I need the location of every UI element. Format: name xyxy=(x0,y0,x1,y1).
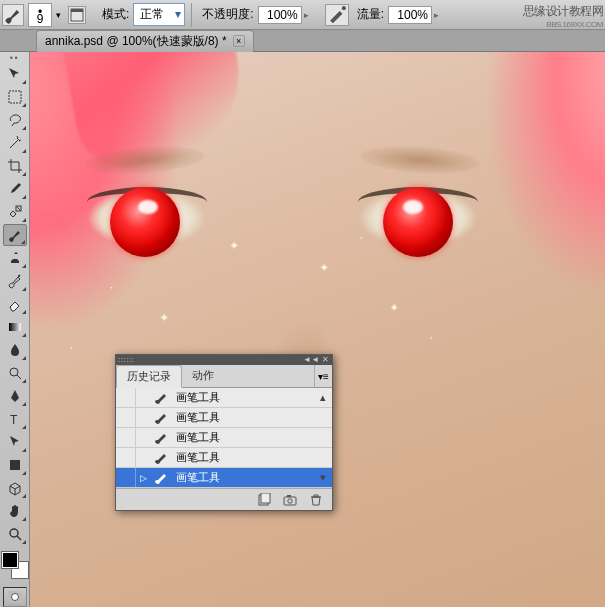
move-tool[interactable] xyxy=(3,63,27,85)
eraser-tool[interactable] xyxy=(3,293,27,315)
document-tab[interactable]: annika.psd @ 100%(快速蒙版/8) * × xyxy=(36,30,254,52)
options-bar: • 9 模式: 正常 ▾ 不透明度: ▸ 流量: ▸ 思缘设计教程网BBS.16… xyxy=(0,0,605,30)
magic-wand-tool[interactable] xyxy=(3,132,27,154)
airbrush-toggle[interactable] xyxy=(325,4,349,26)
brush-icon xyxy=(150,432,174,444)
brush-icon xyxy=(150,412,174,424)
scroll-up-icon[interactable]: ▴ xyxy=(316,391,330,404)
history-state-label: 画笔工具 xyxy=(174,430,330,445)
svg-rect-5 xyxy=(9,323,21,331)
path-selection-tool[interactable] xyxy=(3,431,27,453)
pen-tool[interactable] xyxy=(3,385,27,407)
flow-input[interactable] xyxy=(388,6,432,24)
svg-point-6 xyxy=(10,368,18,376)
history-state-row[interactable]: 画笔工具 xyxy=(116,428,332,448)
opacity-chevron-icon[interactable]: ▸ xyxy=(304,10,309,20)
brush-tool[interactable] xyxy=(3,224,27,246)
svg-text:T: T xyxy=(10,413,18,427)
brush-icon xyxy=(150,452,174,464)
new-snapshot-button[interactable] xyxy=(280,492,300,508)
canvas[interactable]: ✦ · ✦ · ✦ ✦ · · xyxy=(30,52,605,607)
watermark-text: 思缘设计教程网BBS.169XX.COM xyxy=(523,3,604,29)
panel-titlebar[interactable]: ::::::◄◄ ✕ xyxy=(116,355,332,365)
svg-rect-3 xyxy=(9,91,21,103)
opacity-label: 不透明度: xyxy=(202,6,253,23)
panel-menu-icon[interactable]: ▾≡ xyxy=(314,365,332,387)
3d-tool[interactable] xyxy=(3,477,27,499)
brush-icon xyxy=(150,472,174,484)
brush-icon xyxy=(150,392,174,404)
color-swatches[interactable] xyxy=(2,552,28,578)
history-state-row[interactable]: ▷画笔工具▾ xyxy=(116,468,332,488)
history-tab[interactable]: 历史记录 xyxy=(116,365,182,388)
brush-size-picker[interactable]: • 9 xyxy=(28,3,52,27)
new-document-from-state-button[interactable] xyxy=(254,492,274,508)
marquee-tool[interactable] xyxy=(3,86,27,108)
history-state-label: 画笔工具 xyxy=(174,390,316,405)
history-state-label: 画笔工具 xyxy=(174,470,316,485)
eyedropper-tool[interactable] xyxy=(3,178,27,200)
history-footer xyxy=(116,488,332,510)
svg-rect-16 xyxy=(287,495,291,497)
foreground-color[interactable] xyxy=(2,552,18,568)
document-tab-bar: annika.psd @ 100%(快速蒙版/8) * × xyxy=(0,30,605,52)
svg-point-2 xyxy=(342,6,346,10)
svg-rect-13 xyxy=(261,493,270,503)
svg-rect-14 xyxy=(284,497,296,505)
flow-label: 流量: xyxy=(357,6,384,23)
dodge-tool[interactable] xyxy=(3,362,27,384)
scroll-down-icon[interactable]: ▾ xyxy=(316,471,330,484)
healing-brush-tool[interactable] xyxy=(3,201,27,223)
document-tab-title: annika.psd @ 100%(快速蒙版/8) * xyxy=(45,33,227,50)
type-tool[interactable]: T xyxy=(3,408,27,430)
close-tab-button[interactable]: × xyxy=(233,35,245,47)
clone-stamp-tool[interactable] xyxy=(3,247,27,269)
tool-preset-picker[interactable] xyxy=(2,4,24,26)
blend-mode-select[interactable]: 正常 ▾ xyxy=(133,3,185,26)
svg-point-15 xyxy=(288,498,292,502)
toolbox: •• T xyxy=(0,52,30,607)
hand-tool[interactable] xyxy=(3,500,27,522)
history-panel[interactable]: ::::::◄◄ ✕ 历史记录 动作 ▾≡ 画笔工具▴画笔工具画笔工具画笔工具▷… xyxy=(115,354,333,511)
history-state-row[interactable]: 画笔工具▴ xyxy=(116,388,332,408)
brush-panel-toggle[interactable] xyxy=(68,6,86,24)
lasso-tool[interactable] xyxy=(3,109,27,131)
blur-tool[interactable] xyxy=(3,339,27,361)
svg-rect-8 xyxy=(10,460,20,470)
shape-tool[interactable] xyxy=(3,454,27,476)
svg-rect-1 xyxy=(71,9,83,12)
quick-mask-toggle[interactable] xyxy=(3,587,27,607)
history-state-label: 画笔工具 xyxy=(174,410,330,425)
zoom-tool[interactable] xyxy=(3,523,27,545)
history-state-label: 画笔工具 xyxy=(174,450,330,465)
history-state-row[interactable]: 画笔工具 xyxy=(116,408,332,428)
delete-state-button[interactable] xyxy=(306,492,326,508)
canvas-image: ✦ · ✦ · ✦ ✦ · · xyxy=(30,52,605,607)
svg-point-9 xyxy=(10,529,18,537)
history-state-row[interactable]: 画笔工具 xyxy=(116,448,332,468)
mode-label: 模式: xyxy=(102,6,129,23)
history-brush-tool[interactable] xyxy=(3,270,27,292)
actions-tab[interactable]: 动作 xyxy=(182,365,224,387)
toolbox-grip-icon[interactable]: •• xyxy=(1,54,29,62)
opacity-input[interactable] xyxy=(258,6,302,24)
gradient-tool[interactable] xyxy=(3,316,27,338)
flow-chevron-icon[interactable]: ▸ xyxy=(434,10,439,20)
crop-tool[interactable] xyxy=(3,155,27,177)
svg-point-11 xyxy=(11,594,18,601)
